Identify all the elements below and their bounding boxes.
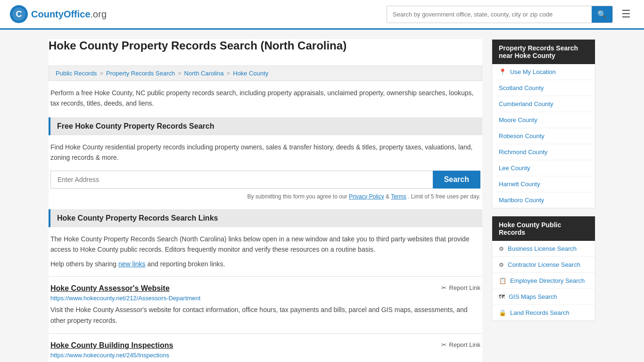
free-search-description: Find Hoke County residential property re… bbox=[49, 142, 482, 163]
sidebar-item-harnett-county[interactable]: Harnett County bbox=[492, 176, 595, 192]
report-link-button-building[interactable]: ✂ Report Link bbox=[441, 341, 480, 348]
land-records-link[interactable]: Land Records Search bbox=[510, 309, 570, 316]
sidebar-item-scotland-county[interactable]: Scotland County bbox=[492, 80, 595, 96]
report-icon-2: ✂ bbox=[441, 341, 446, 348]
location-pin-icon: 📍 bbox=[499, 68, 506, 75]
sidebar: Property Records Search near Hoke County… bbox=[492, 39, 595, 362]
sidebar-item-business-license[interactable]: ⚙ Business License Search bbox=[492, 241, 595, 257]
lee-county-link[interactable]: Lee County bbox=[499, 165, 530, 172]
form-disclaimer: By submitting this form you agree to our… bbox=[49, 193, 482, 200]
breadcrumb-property-records-search[interactable]: Property Records Search bbox=[106, 70, 175, 77]
scotland-county-link[interactable]: Scotland County bbox=[499, 84, 544, 91]
global-search-bar: 🔍 bbox=[387, 6, 613, 23]
sidebar-item-contractor-license[interactable]: ⚙ Contractor License Search bbox=[492, 257, 595, 273]
public-records-section: Hoke County Public Records ⚙ Business Li… bbox=[492, 216, 595, 321]
assessor-url[interactable]: https://www.hokecounty.net/212/Assessors… bbox=[50, 295, 480, 302]
sidebar-item-moore-county[interactable]: Moore County bbox=[492, 112, 595, 128]
report-icon: ✂ bbox=[441, 284, 446, 291]
page-title: Hoke County Property Records Search (Nor… bbox=[49, 39, 482, 58]
sidebar-item-employee-directory[interactable]: 📋 Employee Directory Search bbox=[492, 273, 595, 289]
sidebar-item-cumberland-county[interactable]: Cumberland County bbox=[492, 96, 595, 112]
breadcrumb-public-records[interactable]: Public Records bbox=[56, 70, 97, 77]
page-container: Hoke County Property Records Search (Nor… bbox=[39, 30, 605, 362]
business-license-link[interactable]: Business License Search bbox=[508, 245, 577, 252]
terms-link[interactable]: Terms bbox=[391, 193, 406, 200]
nearby-section-header: Property Records Search near Hoke County bbox=[492, 40, 595, 64]
robeson-county-link[interactable]: Robeson County bbox=[499, 132, 545, 140]
moore-county-link[interactable]: Moore County bbox=[499, 116, 537, 123]
marlboro-county-link[interactable]: Marlboro County bbox=[499, 197, 544, 204]
sidebar-item-lee-county[interactable]: Lee County bbox=[492, 160, 595, 176]
header-right: 🔍 ☰ bbox=[387, 6, 635, 23]
gis-maps-link[interactable]: GIS Maps Search bbox=[509, 293, 557, 300]
breadcrumb-north-carolina[interactable]: North Carolina bbox=[184, 70, 224, 77]
employee-directory-link[interactable]: Employee Directory Search bbox=[510, 277, 585, 284]
global-search-input[interactable] bbox=[387, 7, 592, 22]
sidebar-item-marlboro-county[interactable]: Marlboro County bbox=[492, 192, 595, 208]
building-inspections-link-title[interactable]: Hoke County Building Inspections bbox=[50, 341, 173, 350]
cumberland-county-link[interactable]: Cumberland County bbox=[499, 100, 553, 107]
sidebar-item-gis-maps[interactable]: 🗺 GIS Maps Search bbox=[492, 289, 595, 305]
links-section-heading: Hoke County Property Records Search Link… bbox=[49, 209, 482, 227]
link-card-assessor: Hoke County Assessor's Website ✂ Report … bbox=[49, 276, 482, 333]
global-search-button[interactable]: 🔍 bbox=[592, 6, 612, 23]
link-card-building-inspections: Hoke County Building Inspections ✂ Repor… bbox=[49, 333, 482, 362]
page-description: Perform a free Hoke County, NC public pr… bbox=[49, 88, 482, 109]
assessor-link-title[interactable]: Hoke County Assessor's Website bbox=[50, 284, 170, 293]
map-icon-gis: 🗺 bbox=[499, 293, 505, 300]
sidebar-item-robeson-county[interactable]: Robeson County bbox=[492, 128, 595, 144]
building-inspections-url[interactable]: https://www.hokecounty.net/245/Inspectio… bbox=[50, 352, 480, 359]
search-icon: 🔍 bbox=[597, 10, 607, 18]
gear-icon-contractor: ⚙ bbox=[499, 262, 504, 268]
new-links-link[interactable]: new links bbox=[118, 260, 146, 268]
logo-text: CountyOffice.org bbox=[31, 9, 107, 20]
richmond-county-link[interactable]: Richmond County bbox=[499, 148, 547, 156]
site-header: C CountyOffice.org 🔍 ☰ bbox=[0, 0, 644, 30]
free-search-heading: Free Hoke County Property Records Search bbox=[49, 117, 482, 135]
breadcrumb-hoke-county[interactable]: Hoke County bbox=[233, 70, 268, 77]
contractor-license-link[interactable]: Contractor License Search bbox=[508, 261, 580, 268]
report-link-button-assessor[interactable]: ✂ Report Link bbox=[441, 284, 480, 291]
main-content: Hoke County Property Records Search (Nor… bbox=[49, 39, 482, 362]
nearby-section: Property Records Search near Hoke County… bbox=[492, 39, 595, 208]
svg-text:C: C bbox=[16, 9, 22, 19]
sidebar-item-land-records[interactable]: 🔒 Land Records Search bbox=[492, 305, 595, 321]
public-records-section-header: Hoke County Public Records bbox=[492, 216, 595, 241]
assessor-description: Visit the Hoke County Assessor's website… bbox=[50, 304, 480, 326]
hamburger-menu-button[interactable]: ☰ bbox=[618, 6, 635, 22]
gear-icon-business: ⚙ bbox=[499, 246, 504, 252]
links-intro-text: The Hoke County Property Records Search … bbox=[49, 234, 482, 255]
address-search-form: Search bbox=[49, 171, 482, 189]
logo[interactable]: C CountyOffice.org bbox=[9, 5, 107, 24]
sidebar-item-richmond-county[interactable]: Richmond County bbox=[492, 144, 595, 160]
use-my-location-link[interactable]: Use My Location bbox=[510, 68, 556, 75]
breadcrumb: Public Records > Property Records Search… bbox=[49, 66, 482, 81]
share-text: Help others by sharing new links and rep… bbox=[49, 260, 482, 268]
harnett-county-link[interactable]: Harnett County bbox=[499, 181, 540, 188]
address-input[interactable] bbox=[50, 171, 433, 189]
use-my-location-item[interactable]: 📍 Use My Location bbox=[492, 64, 595, 80]
address-search-button[interactable]: Search bbox=[433, 171, 480, 189]
privacy-policy-link[interactable]: Privacy Policy bbox=[349, 193, 384, 200]
lock-icon-land: 🔒 bbox=[499, 309, 506, 316]
list-icon-employee: 📋 bbox=[499, 277, 506, 284]
logo-icon: C bbox=[9, 5, 28, 24]
